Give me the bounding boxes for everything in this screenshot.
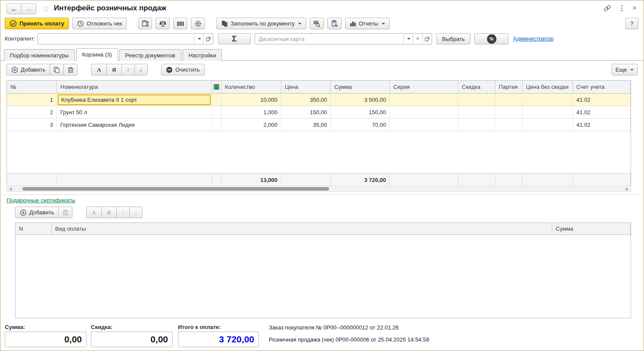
total-series: [390, 173, 458, 186]
cert-sort-desc-button[interactable]: Я: [101, 207, 117, 218]
cell-price: 150,00: [281, 106, 331, 119]
col-n[interactable]: N: [16, 223, 52, 235]
bar-chart-icon: [350, 21, 356, 27]
user-link[interactable]: Администратор: [513, 35, 554, 42]
col-num[interactable]: №: [7, 81, 57, 94]
focused-cell[interactable]: Клубника Елизавета II 1 сорт: [58, 94, 211, 105]
scroll-left-icon[interactable]: [9, 188, 12, 191]
more-menu-icon[interactable]: [621, 5, 623, 12]
counterparty-open-button[interactable]: [203, 34, 213, 44]
discount-card-dropdown-button[interactable]: [403, 34, 413, 44]
move-down-button[interactable]: ↓: [134, 64, 148, 75]
barcode-icon: [177, 21, 184, 27]
defer-receipt-button[interactable]: Отложить чек: [72, 18, 127, 29]
col-marker[interactable]: [212, 81, 221, 94]
cert-delete-button[interactable]: [58, 207, 72, 218]
close-icon[interactable]: ×: [632, 5, 637, 12]
sort-asc-button[interactable]: А: [91, 64, 107, 75]
reports-button[interactable]: Отчеты: [345, 18, 390, 29]
cell-name: Грунт 50 л: [57, 106, 212, 119]
frame-resize-icon: [141, 20, 149, 28]
scroll-right-icon[interactable]: [626, 188, 628, 191]
scales-button[interactable]: [156, 18, 170, 29]
cart-copy-button[interactable]: [50, 64, 64, 75]
payments-table-header: N Вид оплаты Сумма: [16, 223, 631, 235]
move-up-button[interactable]: ↑: [121, 64, 135, 75]
chevron-down-icon: [198, 38, 201, 40]
col-name[interactable]: Номенклатура: [57, 81, 212, 94]
tab-settings[interactable]: Настройки: [183, 49, 222, 61]
reports-label: Отчеты: [359, 20, 378, 27]
cell-series: [390, 106, 458, 119]
cert-move-down-button[interactable]: ↓: [129, 207, 143, 218]
cart-clear-button[interactable]: Очистить: [161, 64, 205, 75]
link-icon[interactable]: [604, 5, 611, 12]
help-button[interactable]: ?: [625, 18, 638, 29]
col-qty[interactable]: Количество: [221, 81, 281, 94]
discount-card-open-button[interactable]: [422, 34, 432, 44]
dropdown-caret-icon: [630, 69, 634, 71]
cert-add-label: Добавить: [29, 209, 54, 216]
cert-move-up-button[interactable]: ↑: [116, 207, 130, 218]
select-card-button[interactable]: Выбрать: [436, 33, 470, 44]
fill-by-document-button[interactable]: Заполнить по документу: [216, 18, 306, 29]
col-batch[interactable]: Партия: [495, 81, 523, 94]
sort-desc-button[interactable]: Я: [106, 64, 122, 75]
table-row[interactable]: 3 Гортензия Самарская Лидия 2,000 35,00 …: [7, 119, 631, 131]
counterparty-input[interactable]: [38, 34, 194, 44]
payment-terminal-button[interactable]: [327, 18, 342, 29]
forward-button[interactable]: →: [21, 3, 36, 14]
arrow-down-icon: ↓: [140, 66, 143, 73]
tab-cart[interactable]: Корзина (3): [76, 48, 118, 61]
cart-delete-button[interactable]: [63, 64, 78, 75]
minus-circle-icon: [166, 66, 173, 73]
footer-total-field[interactable]: 3 720,00: [178, 332, 259, 347]
footer-discount-field[interactable]: 0,00: [91, 332, 173, 347]
total-sum: 3 720,00: [331, 173, 390, 186]
snowflake-button[interactable]: [191, 18, 205, 29]
discount-card-clear-button[interactable]: ×: [413, 34, 422, 44]
dimensions-button[interactable]: [138, 18, 152, 29]
tab-nomenclature-pick[interactable]: Подбор номенклатуры: [4, 49, 75, 61]
footer-sum-field[interactable]: 0,00: [5, 332, 87, 347]
favorite-star-icon[interactable]: ☆: [42, 4, 50, 14]
footer-total-label: Итого к оплате:: [178, 324, 221, 330]
accept-payment-button[interactable]: Принять оплату: [5, 18, 69, 29]
sum-sigma-button[interactable]: Σ: [218, 33, 251, 44]
barcode-button[interactable]: [173, 18, 187, 29]
section-splitter[interactable]: [3, 194, 641, 195]
cert-sort-asc-button[interactable]: А: [86, 207, 102, 218]
cell-marker: [212, 94, 221, 106]
barcode-search-button[interactable]: [310, 18, 324, 29]
back-button[interactable]: ←: [6, 3, 22, 14]
arrow-up-icon: ↑: [127, 66, 130, 73]
cell-discount: [458, 94, 495, 106]
cell-marker: [212, 119, 221, 131]
cart-toolbar: Добавить А Я ↑ ↓ Очистить Еще: [6, 64, 638, 75]
table-row[interactable]: 2 Грунт 50 л 1,000 150,00 150,00 41.02: [7, 106, 631, 119]
col-account[interactable]: Счет учета: [573, 81, 631, 94]
cart-more-button[interactable]: Еще: [612, 64, 638, 75]
counterparty-dropdown-button[interactable]: [194, 34, 203, 44]
discount-card-input[interactable]: [255, 34, 403, 44]
col-pay-sum[interactable]: Сумма: [552, 223, 631, 235]
cell-name: Гортензия Самарская Лидия: [57, 119, 212, 131]
cell-qty: 2,000: [221, 119, 281, 131]
cert-add-button[interactable]: Добавить: [15, 207, 59, 218]
col-price-no-discount[interactable]: Цена без скидки: [523, 81, 573, 94]
table-row-selected[interactable]: 1 Клубника Елизавета II 1 сорт 10,000 35…: [7, 94, 631, 106]
discounts-button[interactable]: %: [474, 33, 509, 44]
col-series[interactable]: Серия: [390, 81, 458, 94]
col-sum[interactable]: Сумма: [331, 81, 390, 94]
tab-document-registry[interactable]: Реестр документов: [119, 49, 181, 61]
total-qty: 13,000: [221, 173, 281, 186]
col-payment-type[interactable]: Вид оплаты: [52, 223, 552, 235]
col-discount[interactable]: Скидка: [458, 81, 495, 94]
help-label: ?: [630, 20, 633, 27]
table-empty-area: [7, 131, 631, 173]
scrollbar-thumb[interactable]: [22, 187, 329, 191]
col-price[interactable]: Цена: [281, 81, 331, 94]
gift-certificates-link[interactable]: Подарочные сертификаты: [6, 197, 75, 204]
horizontal-scrollbar[interactable]: [6, 185, 631, 192]
cart-add-button[interactable]: Добавить: [6, 64, 50, 75]
